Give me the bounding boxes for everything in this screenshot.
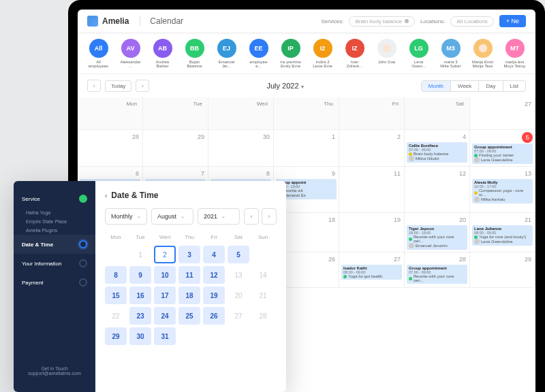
- modal-title: ‹ Date & Time: [105, 191, 277, 200]
- employee-avatar[interactable]: Marija Emci Marija Tess: [471, 39, 494, 68]
- mini-day[interactable]: 20: [228, 287, 249, 304]
- step-service[interactable]: Service: [14, 189, 95, 208]
- next-month-button[interactable]: ›: [136, 80, 149, 92]
- mini-day[interactable]: 10: [154, 266, 176, 284]
- brand-logo[interactable]: Amelia: [87, 16, 129, 27]
- datetime-selects: Monthly⌄ August⌄ 2021⌄ ‹ ›: [105, 208, 277, 225]
- view-tab-week[interactable]: Week: [451, 81, 479, 91]
- prev-month-button[interactable]: ‹: [87, 80, 101, 92]
- employee-avatar[interactable]: AllAll employees: [87, 39, 110, 68]
- day-cell[interactable]: 28Group appointment07:00 - 09:00Reunite …: [405, 252, 470, 288]
- day-cell[interactable]: 21Lane Julianne08:00 - 09:00Yoga for cor…: [470, 213, 535, 252]
- day-cell[interactable]: 29: [470, 252, 535, 288]
- mini-day[interactable]: 5: [228, 246, 249, 263]
- mini-day[interactable]: 27: [228, 307, 249, 325]
- mini-day[interactable]: 24: [154, 307, 176, 325]
- mini-day[interactable]: 21: [252, 287, 274, 304]
- step-datetime[interactable]: Date & Time: [14, 235, 95, 254]
- day-cell[interactable]: 20Tiger Jepson18:00 - 19:00Reunite with …: [405, 213, 470, 252]
- calendar-event[interactable]: Alesia Molly10:00 - 17:00Compassion yoga…: [472, 179, 533, 203]
- mini-day[interactable]: 14: [252, 266, 274, 284]
- day-cell[interactable]: 27: [470, 97, 535, 130]
- mini-day[interactable]: 11: [178, 266, 200, 284]
- mini-day[interactable]: 28: [252, 307, 274, 325]
- calendar-event[interactable]: Tiger Jepson18:00 - 19:00Reunite with yo…: [407, 225, 467, 250]
- employee-avatar[interactable]: EJEmanuel Jer...: [215, 39, 238, 68]
- logo-icon: [87, 16, 98, 27]
- calendar-event[interactable]: Callie Boniface07:00 - 09:00Brain body b…: [407, 142, 467, 163]
- day-cell[interactable]: 11: [339, 167, 405, 213]
- recurrence-select[interactable]: Monthly⌄: [105, 208, 147, 225]
- mini-day[interactable]: 15: [105, 287, 127, 304]
- mini-day[interactable]: 9: [129, 266, 151, 284]
- employee-avatar[interactable]: MTmarija test Moys Tetroy: [503, 39, 526, 68]
- step-payment[interactable]: Payment: [14, 273, 95, 292]
- view-tab-day[interactable]: Day: [479, 81, 503, 91]
- view-tab-month[interactable]: Month: [422, 81, 451, 91]
- day-cell[interactable]: 4Callie Boniface07:00 - 09:00Brain body …: [405, 130, 470, 167]
- employee-avatar[interactable]: ABAndrea Barber: [151, 39, 174, 68]
- mini-day: [178, 327, 200, 345]
- employee-avatar[interactable]: John Doe: [375, 39, 398, 68]
- day-cell[interactable]: 1: [274, 130, 339, 167]
- mini-prev-button[interactable]: ‹: [244, 208, 259, 225]
- mini-day[interactable]: 13: [228, 266, 249, 284]
- mini-day[interactable]: 17: [154, 287, 176, 304]
- laptop-notch: [279, 0, 334, 8]
- mini-day[interactable]: 22: [105, 307, 127, 325]
- employee-avatar[interactable]: I2Indira 2 Lexie Erne: [311, 39, 334, 68]
- day-cell[interactable]: 12: [405, 167, 470, 213]
- new-button[interactable]: + Ne: [499, 15, 526, 27]
- year-select[interactable]: 2021⌄: [198, 208, 240, 225]
- employee-avatar[interactable]: AVAleksandar ...: [119, 39, 142, 68]
- mini-day[interactable]: 31: [154, 327, 176, 345]
- mini-day: [105, 246, 127, 263]
- back-button[interactable]: ‹: [105, 192, 107, 199]
- view-tab-list[interactable]: List: [503, 81, 525, 91]
- day-cell[interactable]: 27Isador Kathi08:00 - 09:00Yoga for gut …: [339, 252, 405, 288]
- mini-next-button[interactable]: ›: [262, 208, 277, 225]
- step-service-sub: Empire State Plaza: [14, 217, 95, 226]
- mini-day[interactable]: 26: [203, 307, 225, 325]
- today-button[interactable]: Today: [105, 80, 131, 92]
- calendar-event[interactable]: Group appointment07:00 - 09:00Finding yo…: [472, 144, 533, 164]
- mini-day[interactable]: 23: [129, 307, 151, 325]
- mini-day[interactable]: 3: [178, 246, 200, 263]
- step-info[interactable]: Your Information: [14, 254, 95, 273]
- day-cell[interactable]: 30: [208, 130, 274, 167]
- dow-header: Fri: [339, 97, 405, 130]
- day-cell[interactable]: 2: [339, 130, 405, 167]
- day-cell[interactable]: 13Alesia Molly10:00 - 17:00Compassion yo…: [470, 167, 535, 213]
- mini-dow: Tue: [129, 231, 151, 243]
- day-cell[interactable]: 29: [143, 130, 208, 167]
- mini-day[interactable]: 8: [105, 266, 127, 284]
- calendar-event[interactable]: Lane Julianne08:00 - 09:00Yoga for core …: [472, 225, 533, 246]
- calendar-event[interactable]: Isador Kathi08:00 - 09:00Yoga for gut he…: [341, 265, 402, 280]
- mini-day[interactable]: 30: [129, 327, 151, 345]
- day-cell[interactable]: 5Group appointment07:00 - 09:00Finding y…: [470, 130, 535, 167]
- employee-avatar[interactable]: IPins prezime Emily Erne: [279, 39, 302, 68]
- employee-avatar[interactable]: M3maria 3 Mike Sober: [439, 39, 462, 68]
- employee-avatar[interactable]: EEemployee e...: [247, 39, 270, 68]
- month-select[interactable]: August⌄: [151, 208, 193, 225]
- calendar-event[interactable]: Group appointment07:00 - 09:00Reunite wi…: [407, 265, 467, 284]
- mini-day[interactable]: 16: [129, 287, 151, 304]
- mini-day[interactable]: 4: [203, 246, 225, 263]
- mini-day[interactable]: 12: [203, 266, 225, 284]
- day-cell[interactable]: 19: [339, 213, 405, 252]
- mini-day[interactable]: 29: [105, 327, 127, 345]
- mini-day[interactable]: 1: [129, 246, 151, 263]
- employee-avatar[interactable]: LGLena Gwen...: [407, 39, 430, 68]
- mini-day[interactable]: 2: [154, 246, 176, 263]
- mini-day[interactable]: 18: [178, 287, 200, 304]
- day-cell[interactable]: 28: [78, 130, 143, 167]
- mini-day: [252, 327, 274, 345]
- employee-avatar[interactable]: IZIvan Zdravk...: [343, 39, 366, 68]
- month-label[interactable]: July 2022 ▾: [153, 82, 416, 90]
- mini-day[interactable]: 25: [178, 307, 200, 325]
- services-filter[interactable]: Brain body balance: [349, 16, 415, 27]
- chevron-down-icon: ⌄: [137, 214, 141, 219]
- mini-day[interactable]: 19: [203, 287, 225, 304]
- locations-filter[interactable]: All Locations: [450, 16, 493, 27]
- employee-avatar[interactable]: BBBojan Beatrice: [183, 39, 206, 68]
